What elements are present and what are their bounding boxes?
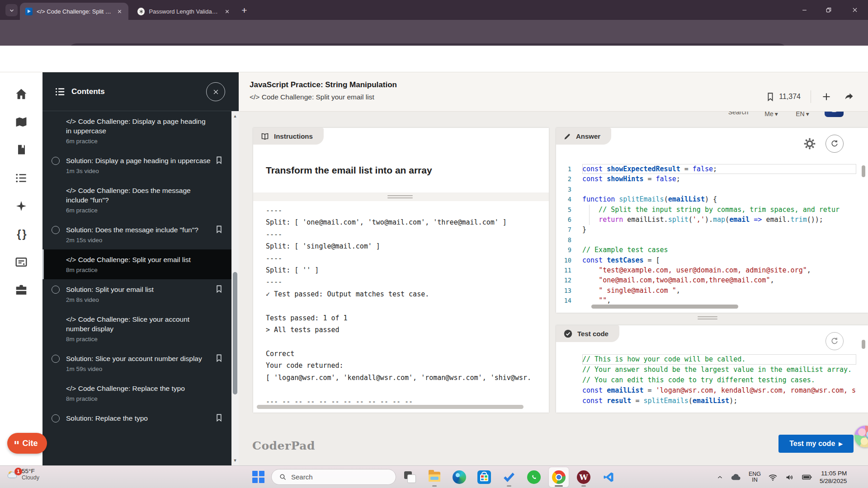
code-line: 2const showHints = false; bbox=[556, 174, 862, 184]
settings-gear-icon[interactable] bbox=[803, 137, 816, 150]
bookmark-icon[interactable] bbox=[215, 354, 223, 362]
w-app-icon[interactable]: W bbox=[574, 467, 594, 487]
test-my-code-button[interactable]: Test my code ▶ bbox=[778, 435, 854, 453]
sidebar-item[interactable]: Solution: Slice your account number disp… bbox=[42, 348, 231, 378]
instructions-tab[interactable]: Instructions bbox=[253, 128, 324, 145]
test-code-editor[interactable]: // This is how your code will be called.… bbox=[556, 354, 862, 406]
code-line: // This is how your code will be called. bbox=[582, 354, 862, 365]
line-number: 3 bbox=[556, 184, 582, 194]
browser-tab-active[interactable]: </> Code Challenge: Split your bbox=[20, 3, 128, 20]
sidebar-item[interactable]: </> Code Challenge: Display a page headi… bbox=[42, 111, 231, 150]
code-line: 9// Example test cases bbox=[556, 245, 862, 255]
onedrive-cloud-icon[interactable] bbox=[731, 472, 741, 483]
task-view-icon[interactable] bbox=[400, 467, 420, 487]
reset-code-button[interactable] bbox=[826, 135, 844, 153]
bookmark-icon[interactable] bbox=[215, 225, 223, 234]
vscode-icon[interactable] bbox=[599, 467, 618, 487]
contents-list-icon[interactable] bbox=[0, 164, 42, 192]
code-line: 6 return emailList.split(',').map(email … bbox=[556, 215, 862, 225]
drag-handle-icon[interactable] bbox=[387, 195, 413, 198]
language-line2: IN bbox=[749, 477, 761, 483]
todo-check-icon[interactable] bbox=[499, 467, 519, 487]
notebook-icon[interactable] bbox=[0, 136, 42, 164]
share-icon[interactable] bbox=[844, 91, 854, 102]
home-icon[interactable] bbox=[0, 80, 42, 108]
certificate-icon[interactable] bbox=[0, 248, 42, 276]
sidebar-item[interactable]: Solution: Display a page heading in uppe… bbox=[42, 150, 231, 180]
window-close-button[interactable] bbox=[844, 0, 865, 20]
code-line: const result = splitEmails(emailList); bbox=[582, 396, 862, 406]
chevron-up-icon[interactable] bbox=[717, 474, 723, 481]
file-explorer-icon[interactable] bbox=[425, 467, 444, 487]
wifi-icon[interactable] bbox=[768, 473, 778, 482]
console-line: Tests passed: 1 of 1 bbox=[266, 312, 540, 324]
browser-tab[interactable]: Password Length Validation bbox=[132, 3, 236, 20]
left-rail: { } bbox=[0, 72, 42, 465]
sidebar-item[interactable]: </> Code Challenge: Slice your account n… bbox=[42, 309, 231, 348]
code-braces-icon[interactable]: { } bbox=[0, 220, 42, 248]
briefcase-icon[interactable] bbox=[0, 276, 42, 304]
vertical-scrollbar-thumb[interactable] bbox=[862, 340, 865, 349]
run-button-label: Test my code bbox=[789, 440, 835, 448]
cite-button[interactable]: " Cite bbox=[7, 433, 47, 454]
weather-widget[interactable]: 1 55°F Cloudy bbox=[6, 468, 39, 481]
console-line: ---- bbox=[266, 253, 540, 264]
sidebar-item[interactable]: Solution: Split your email list2m 8s vid… bbox=[42, 279, 231, 309]
sticker-ball[interactable] bbox=[854, 426, 868, 447]
answer-tab[interactable]: Answer bbox=[556, 128, 611, 145]
vertical-scrollbar-thumb[interactable] bbox=[862, 165, 865, 177]
panel-resize-handle[interactable] bbox=[698, 316, 717, 319]
bookmark-icon[interactable] bbox=[215, 156, 223, 164]
line-number: 13 bbox=[556, 286, 582, 296]
bookmark-icon[interactable] bbox=[215, 285, 223, 293]
language-indicator[interactable]: ENG IN bbox=[749, 471, 761, 483]
system-tray: ENG IN 11:05 PM 5/28/2025 bbox=[717, 466, 847, 488]
scrollbar-thumb[interactable] bbox=[233, 272, 237, 394]
windows-start-button[interactable] bbox=[251, 470, 265, 483]
window-minimize-button[interactable] bbox=[794, 0, 815, 20]
tab-close-button[interactable] bbox=[115, 7, 124, 16]
contents-header: Contents bbox=[42, 72, 239, 111]
answer-code-editor[interactable]: 1const showExpectedResult = false;2const… bbox=[556, 164, 862, 305]
edge-icon[interactable] bbox=[449, 467, 469, 487]
panel-divider[interactable] bbox=[253, 192, 549, 201]
scroll-down-icon[interactable]: ▼ bbox=[231, 458, 239, 463]
sparkle-icon[interactable] bbox=[0, 192, 42, 220]
chrome-icon[interactable] bbox=[549, 467, 569, 487]
code-line: 5 // Split the input string by commas, t… bbox=[556, 205, 862, 215]
scroll-up-icon[interactable]: ▲ bbox=[231, 114, 239, 118]
volume-icon[interactable] bbox=[785, 473, 794, 482]
linkedin-learning-favicon bbox=[25, 8, 33, 15]
sidebar-item[interactable]: Solution: Does the message include "fun"… bbox=[42, 220, 231, 249]
taskbar-search[interactable]: Search bbox=[271, 469, 396, 485]
console-line bbox=[266, 300, 540, 312]
tab-search-button[interactable] bbox=[5, 4, 18, 16]
microsoft-store-icon[interactable] bbox=[474, 467, 494, 487]
sidebar-item-duration: 1m 59s video bbox=[66, 366, 212, 373]
sidebar-scrollbar[interactable]: ▲ ▼ bbox=[231, 111, 239, 465]
bookmark-icon[interactable] bbox=[765, 92, 775, 102]
add-icon[interactable] bbox=[821, 91, 832, 102]
whatsapp-icon[interactable] bbox=[524, 467, 544, 487]
sidebar-item-title: Solution: Replace the typo bbox=[66, 413, 212, 423]
sidebar-item[interactable]: </> Code Challenge: Replace the typo8m p… bbox=[42, 378, 231, 408]
bookmark-icon[interactable] bbox=[215, 413, 223, 422]
weather-condition: Cloudy bbox=[22, 474, 39, 481]
test-code-tab[interactable]: Test code bbox=[556, 325, 619, 342]
quote-icon: " bbox=[14, 443, 20, 448]
new-tab-button[interactable]: + bbox=[239, 5, 250, 16]
map-icon[interactable] bbox=[0, 108, 42, 136]
sidebar-item[interactable]: Solution: Replace the typo bbox=[42, 408, 231, 438]
reset-test-code-button[interactable] bbox=[826, 332, 844, 350]
sidebar-item[interactable]: </> Code Challenge: Does the message inc… bbox=[42, 180, 231, 220]
horizontal-scrollbar-thumb[interactable] bbox=[591, 305, 738, 309]
window-maximize-button[interactable] bbox=[818, 0, 839, 20]
tab-close-button[interactable] bbox=[223, 7, 231, 16]
close-sidebar-button[interactable] bbox=[206, 82, 225, 101]
taskbar-clock[interactable]: 11:05 PM 5/28/2025 bbox=[820, 469, 847, 485]
battery-icon[interactable] bbox=[802, 472, 812, 483]
browser-toolbar: linkedin.com/learning/javascript-practic… bbox=[0, 20, 868, 46]
sidebar-item[interactable]: </> Code Challenge: Split your email lis… bbox=[42, 249, 231, 279]
contents-list-icon bbox=[54, 86, 66, 98]
horizontal-scrollbar-thumb[interactable] bbox=[257, 405, 524, 409]
